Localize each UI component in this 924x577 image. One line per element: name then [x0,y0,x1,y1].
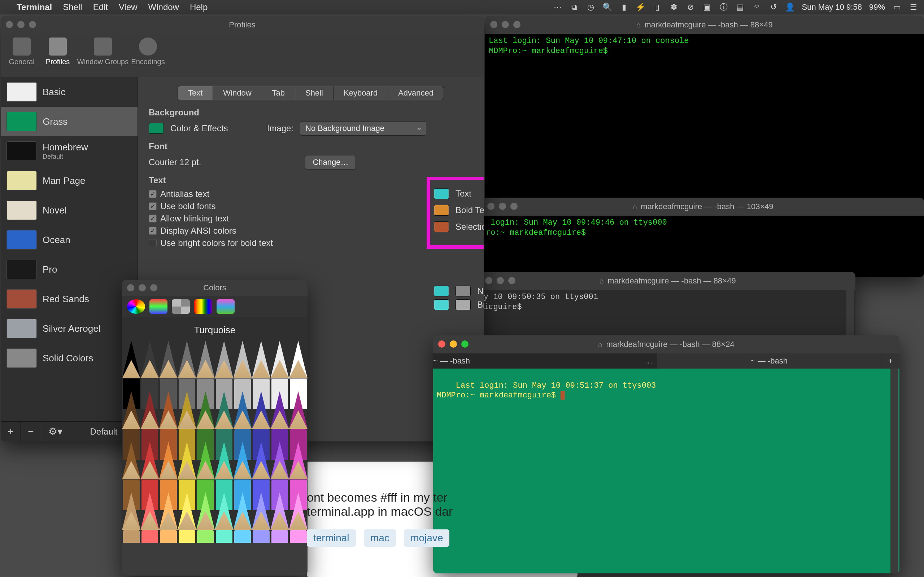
settings-tab-shell[interactable]: Shell [295,86,333,100]
tag[interactable]: mojave [404,529,449,547]
pencil-color[interactable] [196,492,215,543]
new-tab-button[interactable]: + [881,353,900,369]
menu-edit[interactable]: Edit [93,2,108,12]
prefs-tab-profiles[interactable]: Profiles [40,37,76,77]
titlebar[interactable]: ⌂ markdeafmcguire — -bash — 103×49 [482,198,924,216]
background-color-well[interactable] [149,123,164,134]
terminal-window-1[interactable]: ⌂ markdeafmcguire — -bash — 88×49 Last l… [485,16,924,203]
menu-help[interactable]: Help [190,2,208,12]
user-icon[interactable]: 👤 [785,3,795,12]
layout-icon[interactable]: ▣ [703,3,712,12]
profile-item-novel[interactable]: Novel [1,195,137,225]
profile-actions-menu[interactable]: ⚙︎▾ [41,422,70,442]
bookmark-icon[interactable]: ▮ [619,3,629,12]
scrollbar[interactable] [890,369,898,574]
sliders-mode-icon[interactable] [149,299,168,314]
profile-item-homebrew[interactable]: HomebrewDefault [1,136,137,166]
profile-item-grass[interactable]: Grass [1,107,137,136]
profile-item-red-sands[interactable]: Red Sands [1,284,137,314]
pencil-picker[interactable] [122,341,307,543]
ansi-bright-swatch2[interactable] [456,299,471,310]
battery-icon[interactable]: ▭ [892,3,901,12]
settings-tab-tab[interactable]: Tab [262,86,295,100]
menu-shell[interactable]: Shell [63,2,82,12]
pencil-color[interactable] [233,492,252,543]
settings-tab-text[interactable]: Text [178,86,213,100]
pencils-mode-icon[interactable] [216,299,234,314]
prefs-tab-general[interactable]: General [3,37,40,77]
terminal-output[interactable]: login: Sun May 10 09:49:46 on ttys000 ro… [482,216,924,277]
colors-panel[interactable]: Colors Turquoise [122,280,307,575]
menubar-battery-pct[interactable]: 99% [869,3,885,12]
terminal-window-2[interactable]: ⌂ markdeafmcguire — -bash — 103×49 login… [482,198,924,277]
terminal-tab[interactable]: ~ — -bash… [433,353,657,369]
pencil-color[interactable] [215,492,233,543]
checkbox-allow-blinking-text[interactable]: ✓Allow blinking text [149,213,473,224]
pencil-color[interactable] [159,492,178,543]
ansi-normal-swatch[interactable] [434,285,449,297]
settings-tab-keyboard[interactable]: Keyboard [333,86,388,100]
prefs-tab-encodings[interactable]: Encodings [130,37,166,77]
profile-item-silver-aerogel[interactable]: Silver Aerogel [1,314,137,343]
tag[interactable]: terminal [307,529,356,547]
profile-item-pro[interactable]: Pro [1,255,137,284]
traffic-lights[interactable] [127,284,157,292]
spectrum-mode-icon[interactable] [194,299,212,314]
terminal-output[interactable]: Last login: Sun May 10 09:47:10 on conso… [485,34,924,203]
dropbox-icon[interactable]: ⧉ [570,3,579,12]
checkbox-antialias-text[interactable]: ✓Antialias text [149,189,473,199]
bolt-icon[interactable]: ⚡ [636,3,645,12]
flower-icon[interactable]: ✽ [669,3,678,12]
clock-icon[interactable]: ◷ [586,3,596,12]
pencil-color[interactable] [141,492,159,543]
scrollbar[interactable] [846,272,855,340]
terminal-window-3[interactable]: ⌂ markdeafmcguire — -bash — 88×49 y 10 0… [480,272,855,340]
checkbox-use-bold-fonts[interactable]: ✓Use bold fonts [149,201,473,211]
pencil-color[interactable] [178,492,196,543]
checkbox-display-ansi-colors[interactable]: ✓Display ANSI colors [149,226,473,236]
tag[interactable]: mac [364,529,396,547]
palettes-mode-icon[interactable] [172,299,190,314]
settings-tab-window[interactable]: Window [213,86,262,100]
pencil-color[interactable] [122,492,141,543]
titlebar[interactable]: ⌂ markdeafmcguire — -bash — 88×24 [433,335,900,353]
info-icon[interactable]: ⓘ [719,3,729,12]
profile-item-ocean[interactable]: Ocean [1,225,137,255]
display-icon[interactable]: ▤ [736,3,745,12]
titlebar[interactable]: Colors [122,280,307,296]
terminal-tab[interactable]: ~ — -bash [657,353,881,369]
profile-item-basic[interactable]: Basic [1,77,137,107]
traffic-lights[interactable] [6,21,36,28]
pencil-color[interactable] [270,492,289,543]
no-entry-icon[interactable]: ⊘ [686,3,695,12]
settings-tab-advanced[interactable]: Advanced [388,86,444,100]
background-image-select[interactable]: No Background Image [300,121,426,135]
wifi-icon[interactable]: ⌔ [752,3,762,12]
menubar-app-name[interactable]: Terminal [16,2,52,12]
color-wheel-mode-icon[interactable] [127,299,145,314]
battery-menu-icon[interactable]: ▯ [653,3,662,12]
remove-profile-button[interactable]: − [21,422,41,442]
titlebar[interactable]: Profiles [1,16,484,34]
terminal-window-4[interactable]: ⌂ markdeafmcguire — -bash — 88×24 ~ — -b… [433,335,900,574]
ansi-bright-swatch[interactable] [434,299,449,310]
menu-extra-dots-icon[interactable]: ⋯ [553,3,562,12]
spotlight-icon[interactable]: 🔍 [603,3,612,12]
titlebar[interactable]: ⌂ markdeafmcguire — -bash — 88×49 [480,272,855,290]
menubar-clock[interactable]: Sun May 10 9:58 [802,3,862,12]
checkbox-use-bright-colors-for-bold-text[interactable]: Use bright colors for bold text [149,238,473,248]
pencil-color[interactable] [252,492,270,543]
list-icon[interactable]: ☰ [909,3,918,12]
add-profile-button[interactable]: + [1,422,21,442]
profile-item-man-page[interactable]: Man Page [1,166,137,195]
terminal-output[interactable]: y 10 09:50:35 on ttys001 icguire$ [480,290,855,340]
profile-item-solid-colors[interactable]: Solid Colors [1,343,137,373]
traffic-lights[interactable] [438,340,468,348]
terminal-output[interactable]: Last login: Sun May 10 09:51:37 on ttys0… [433,369,900,574]
prefs-tab-window-groups[interactable]: Window Groups [76,37,130,77]
pencil-color[interactable] [289,492,307,543]
ansi-normal-swatch2[interactable] [456,285,471,297]
change-font-button[interactable]: Change… [305,155,356,169]
titlebar[interactable]: ⌂ markdeafmcguire — -bash — 88×49 [485,16,924,34]
menu-view[interactable]: View [119,2,137,12]
